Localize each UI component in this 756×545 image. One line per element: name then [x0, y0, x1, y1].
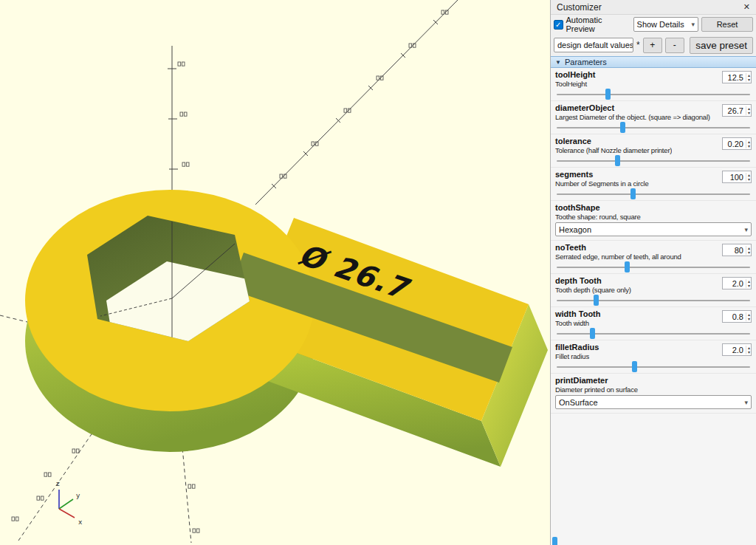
spinbox-value: 100 — [726, 173, 743, 182]
width-tooth-spinbox[interactable]: 0.8 ▴▾ — [722, 310, 752, 323]
add-preset-button[interactable]: + — [643, 38, 662, 53]
panel-title: Customizer — [557, 2, 602, 13]
depth-tooth-spinbox[interactable]: 2.0 ▴▾ — [722, 277, 752, 289]
param-description: ToolHeight — [555, 80, 595, 88]
slider-handle[interactable] — [630, 188, 636, 199]
spinbox-value: 26.7 — [726, 106, 743, 115]
spinbox-value: 0.20 — [726, 140, 743, 148]
tolerance-slider[interactable] — [557, 155, 750, 166]
customizer-toolbar-top: ✓ Automatic Preview Show Details ▾ Reset — [551, 15, 756, 34]
slider-handle[interactable] — [594, 295, 599, 306]
param-description: Serrated edge, number of teeth, all arou… — [555, 253, 681, 261]
filletradius-spinbox[interactable]: 2.0 ▴▾ — [722, 343, 752, 356]
spinner-arrows-icon[interactable]: ▴▾ — [746, 279, 750, 288]
spinner-arrows-icon[interactable]: ▴▾ — [746, 246, 750, 255]
checkbox-check-icon[interactable]: ✓ — [554, 20, 563, 30]
details-dropdown-value: Show Details — [637, 20, 684, 29]
printdiameter-dropdown[interactable]: OnSurface ▾ — [555, 395, 752, 409]
reset-button[interactable]: Reset — [701, 17, 753, 32]
modified-indicator: * — [636, 40, 640, 50]
diameterobject-slider[interactable] — [557, 122, 750, 133]
segments-slider[interactable] — [557, 188, 750, 199]
slider-handle[interactable] — [590, 328, 595, 339]
axis-x-label: x — [78, 518, 83, 526]
parameters-header-label: Parameters — [565, 58, 607, 66]
toolheight-spinbox[interactable]: 12.5 ▴▾ — [722, 71, 752, 83]
details-dropdown[interactable]: Show Details ▾ — [633, 17, 699, 32]
spinbox-value: 2.0 — [726, 279, 743, 288]
noteeth-slider[interactable] — [557, 261, 750, 272]
customizer-titlebar: Customizer ✕ — [551, 0, 756, 15]
slider-handle[interactable] — [620, 122, 625, 133]
width-tooth-slider[interactable] — [557, 328, 750, 339]
chevron-down-icon: ▾ — [692, 21, 695, 28]
slider-handle[interactable] — [625, 261, 630, 272]
param-name: noTeeth — [555, 243, 681, 253]
param-depth-tooth: depth Tooth Tooth depth (square only) 2.… — [551, 274, 756, 307]
param-toolheight: toolHeight ToolHeight 12.5 ▴▾ — [551, 68, 756, 101]
param-description: Largest Diameter of the object. (square … — [555, 113, 710, 121]
param-name: filletRadius — [555, 343, 599, 352]
slider-handle[interactable] — [632, 361, 637, 372]
spinbox-value: 80 — [726, 246, 743, 255]
param-printdiameter: printDiameter Diameter printed on surfac… — [551, 374, 756, 414]
param-name: printDiameter — [555, 376, 752, 385]
param-segments: segments Number of Segments in a circle … — [551, 168, 756, 201]
partial-slider-handle[interactable] — [552, 537, 557, 545]
spinner-arrows-icon[interactable]: ▴▾ — [746, 140, 750, 148]
segments-spinbox[interactable]: 100 ▴▾ — [722, 171, 752, 183]
filletradius-slider[interactable] — [557, 361, 750, 372]
param-description: Diameter printed on surface — [555, 385, 752, 394]
close-icon[interactable]: ✕ — [743, 2, 750, 12]
remove-preset-button[interactable]: - — [665, 38, 684, 53]
spinner-arrows-icon[interactable]: ▴▾ — [746, 106, 750, 115]
3d-viewport[interactable]: Ø 26.7 z y x — [0, 0, 550, 545]
param-name: segments — [555, 170, 649, 179]
param-diameterobject: diameterObject Largest Diameter of the o… — [551, 101, 756, 134]
param-toothshape: toothShape Toothe shape: round, square H… — [551, 201, 756, 241]
toothshape-dropdown[interactable]: Hexagon ▾ — [555, 222, 752, 236]
slider-track[interactable] — [557, 193, 750, 195]
slider-track[interactable] — [557, 333, 750, 335]
slider-track[interactable] — [557, 300, 750, 301]
preset-dropdown[interactable]: design default values ▾ — [554, 38, 633, 52]
chevron-down-icon: ▾ — [744, 399, 748, 406]
parameters-section-header[interactable]: ▼ Parameters — [551, 56, 756, 68]
dropdown-value: Hexagon — [559, 225, 591, 234]
param-name: tolerance — [555, 137, 672, 146]
param-noteeth: noTeeth Serrated edge, number of teeth, … — [551, 241, 756, 274]
viewport-canvas: Ø 26.7 z y x — [0, 0, 550, 545]
save-preset-button[interactable]: save preset — [690, 37, 753, 54]
spinner-arrows-icon[interactable]: ▴▾ — [746, 73, 750, 82]
slider-track[interactable] — [557, 127, 750, 128]
automatic-preview-checkbox[interactable]: ✓ Automatic Preview — [554, 16, 630, 33]
tolerance-spinbox[interactable]: 0.20 ▴▾ — [722, 137, 752, 150]
param-description: Tooth depth (square only) — [555, 286, 631, 294]
spinbox-value: 2.0 — [726, 346, 743, 354]
spinner-arrows-icon[interactable]: ▴▾ — [746, 173, 750, 182]
slider-track[interactable] — [557, 160, 750, 162]
spinbox-value: 12.5 — [726, 73, 743, 82]
noteeth-spinbox[interactable]: 80 ▴▾ — [722, 244, 752, 256]
param-description: Tolerance (half Nozzle diameter printer) — [555, 146, 672, 154]
slider-handle[interactable] — [605, 89, 611, 100]
slider-handle[interactable] — [615, 155, 620, 166]
slider-track[interactable] — [557, 94, 750, 95]
spinner-arrows-icon[interactable]: ▴▾ — [746, 312, 750, 321]
slider-track[interactable] — [557, 267, 750, 268]
automatic-preview-label: Automatic Preview — [566, 16, 630, 33]
axis-y-label: y — [76, 492, 80, 499]
param-tolerance: tolerance Tolerance (half Nozzle diamete… — [551, 134, 756, 168]
depth-tooth-slider[interactable] — [557, 295, 750, 306]
spinbox-value: 0.8 — [726, 312, 743, 321]
spinner-arrows-icon[interactable]: ▴▾ — [746, 346, 750, 354]
customizer-panel: Customizer ✕ ✓ Automatic Preview Show De… — [550, 0, 756, 545]
slider-track[interactable] — [557, 366, 750, 368]
chevron-down-icon: ▾ — [744, 226, 748, 233]
dropdown-value: OnSurface — [559, 398, 598, 407]
parameters-list: toolHeight ToolHeight 12.5 ▴▾ — [551, 68, 756, 545]
param-filletradius: filletRadius Fillet radius 2.0 ▴▾ — [551, 340, 756, 374]
toolheight-slider[interactable] — [557, 89, 750, 100]
diameterobject-spinbox[interactable]: 26.7 ▴▾ — [722, 104, 752, 117]
param-name: depth Tooth — [555, 276, 631, 286]
